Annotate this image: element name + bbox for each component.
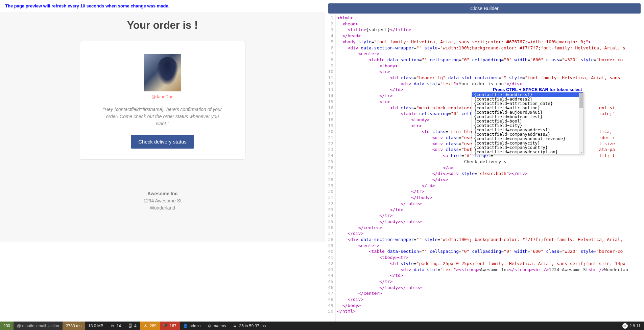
check-delivery-button[interactable]: Check delivery status	[131, 135, 194, 149]
scrollbar-thumb[interactable]	[579, 93, 583, 108]
status-symfony[interactable]: sf2.8.11	[619, 322, 644, 330]
preview-pane: The page preview will refresh every 10 s…	[0, 0, 325, 330]
line-gutter: 1234567891011121314151617181920212223242…	[325, 15, 336, 330]
status-time[interactable]: 3733 ms	[63, 322, 85, 330]
warn-icon: ⚠	[143, 324, 148, 328]
status-perf[interactable]: ≣35 in 59.37 ms	[229, 322, 269, 330]
debug-toolbar[interactable]: 200 @ mautic_email_action 3733 ms 18.0 M…	[0, 322, 644, 330]
email-card: @JaneDoe "Hey {contactfield=firstname}, …	[80, 41, 245, 160]
stack-icon: ≣	[233, 324, 237, 328]
status-warnings[interactable]: ⚠289	[140, 322, 160, 330]
footer-address2: Wonderland	[0, 204, 325, 212]
status-forms[interactable]: ⧉14	[107, 322, 124, 330]
user-avatar	[144, 54, 181, 91]
scroll-down-icon[interactable]: ▾	[579, 150, 583, 154]
error-icon: 🏴	[163, 324, 168, 328]
status-route[interactable]: @ mautic_email_action	[14, 322, 63, 330]
forms-icon: ⧉	[110, 324, 115, 328]
user-message: "Hey {contactfield=firstname}, here's co…	[100, 106, 225, 127]
status-na[interactable]: ⊘n/a ms	[204, 322, 229, 330]
autocomplete-scrollbar[interactable]: ▾	[579, 93, 583, 154]
status-db[interactable]: 🗄4	[124, 322, 140, 330]
close-builder-button[interactable]: Close Builder	[328, 3, 641, 14]
status-user[interactable]: 👤admin	[180, 322, 204, 330]
db-icon: 🗄	[128, 324, 133, 328]
user-icon: 👤	[183, 324, 188, 328]
email-heading: Your order is !	[0, 12, 325, 41]
autocomplete-popup[interactable]: {contactfield=address1}{contactfield=add…	[472, 92, 583, 154]
status-memory[interactable]: 18.0 MB	[85, 322, 107, 330]
refresh-notice: The page preview will refresh every 10 s…	[0, 0, 325, 12]
email-footer: Awesome Inc 1234 Awesome St Wonderland	[0, 160, 325, 212]
autocomplete-item[interactable]: {contactfield=companydescription}	[472, 150, 583, 154]
user-handle: @JaneDoe	[100, 94, 225, 99]
email-preview: Your order is ! @JaneDoe "Hey {contactfi…	[0, 12, 325, 242]
footer-company: Awesome Inc	[0, 190, 325, 197]
status-errors[interactable]: 🏴167	[160, 322, 180, 330]
builder-pane: Close Builder 12345678910111213141516171…	[325, 0, 644, 330]
footer-address1: 1234 Awesome St	[0, 197, 325, 204]
symfony-icon: sf	[622, 323, 628, 329]
status-http-code[interactable]: 200	[0, 322, 14, 330]
clock-icon: ⊘	[207, 324, 212, 328]
code-editor[interactable]: 1234567891011121314151617181920212223242…	[325, 15, 644, 330]
code-area[interactable]: <html> <head> <title>{subject}</title> <…	[336, 15, 644, 330]
